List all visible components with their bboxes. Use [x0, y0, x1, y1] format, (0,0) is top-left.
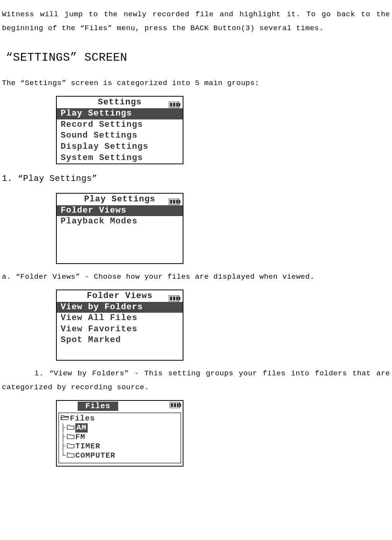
menu-item[interactable]: Display Settings — [57, 141, 183, 153]
svg-rect-19 — [177, 403, 179, 407]
menu-item[interactable]: View Favorites — [57, 324, 183, 335]
tree-root[interactable]: Files — [61, 414, 179, 423]
svg-rect-9 — [176, 200, 178, 204]
svg-rect-4 — [176, 103, 178, 107]
svg-rect-14 — [176, 296, 178, 300]
tree-branch-icon: ├ — [61, 423, 66, 433]
svg-rect-16 — [180, 404, 181, 407]
lcd-title: Folder Views — [87, 288, 153, 304]
lcd-settings: Settings Play Settings Record Settings S… — [56, 96, 183, 164]
svg-rect-12 — [170, 296, 172, 300]
tree-item[interactable]: ├ AM — [61, 423, 179, 433]
lcd-title: Settings — [98, 94, 142, 111]
menu-item[interactable]: Playback Modes — [57, 216, 183, 227]
view-by-folders-desc: i. “View by Folders” - This setting grou… — [2, 366, 390, 394]
menu-item[interactable]: Record Settings — [57, 119, 183, 131]
tree-label: TIMER — [75, 442, 100, 451]
svg-rect-6 — [179, 200, 180, 203]
svg-rect-17 — [171, 403, 173, 407]
folder-icon — [67, 433, 75, 442]
lcd-play-settings: Play Settings Folder Views Playback Mode… — [56, 193, 183, 264]
tree-label: AM — [75, 423, 88, 433]
play-settings-heading: 1. “Play Settings” — [2, 171, 390, 187]
tree-label: COMPUTER — [75, 451, 115, 460]
battery-icon — [170, 402, 181, 411]
svg-rect-18 — [174, 403, 176, 407]
lcd-folder-views: Folder Views View by Folders View All Fi… — [56, 290, 183, 361]
menu-item[interactable]: Spot Marked — [57, 335, 183, 346]
folder-views-desc: a. “Folder Views” - Choose how your file… — [2, 270, 390, 284]
svg-rect-8 — [173, 200, 175, 204]
lcd-title: Play Settings — [84, 191, 156, 208]
lcd-files: Files Files ├ AM — [56, 400, 183, 467]
menu-item[interactable]: Sound Settings — [57, 130, 183, 141]
file-tree: Files ├ AM ├ FM ├ — [58, 412, 181, 463]
folder-icon — [67, 451, 75, 460]
tree-branch-icon: ├ — [61, 442, 66, 451]
tree-branch-icon: └ — [61, 451, 66, 460]
tree-label: FM — [75, 433, 85, 442]
svg-rect-13 — [173, 296, 175, 300]
intro-paragraph: Witness will jump to the newly recorded … — [2, 7, 390, 35]
svg-rect-7 — [170, 200, 172, 204]
battery-icon — [169, 293, 180, 307]
tree-label: Files — [70, 414, 95, 423]
folder-open-icon — [61, 414, 69, 423]
battery-icon — [169, 99, 180, 113]
svg-rect-1 — [179, 103, 180, 106]
settings-desc: The “Settings” screen is categorized int… — [2, 76, 390, 90]
folder-icon — [67, 423, 75, 433]
menu-item[interactable]: System Settings — [57, 153, 183, 164]
lcd-title: Files — [78, 402, 118, 411]
tree-branch-icon: ├ — [61, 433, 66, 442]
svg-rect-2 — [170, 103, 172, 107]
battery-icon — [169, 196, 180, 210]
settings-heading: “SETTINGS” SCREEN — [6, 47, 390, 69]
tree-item[interactable]: ├ TIMER — [61, 442, 179, 451]
menu-item[interactable]: View All Files — [57, 313, 183, 324]
folder-icon — [67, 442, 75, 451]
svg-rect-11 — [179, 297, 180, 300]
tree-item[interactable]: ├ FM — [61, 433, 179, 442]
svg-rect-3 — [173, 103, 175, 107]
tree-item[interactable]: └ COMPUTER — [61, 451, 179, 460]
